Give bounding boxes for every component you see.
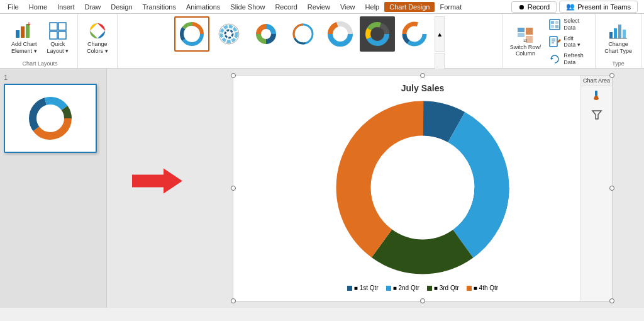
ribbon: + Add ChartElement ▾ QuickLayo bbox=[0, 14, 644, 69]
handle-ml[interactable] bbox=[231, 186, 236, 191]
ribbon-group-colors: ChangeColors ▾ bbox=[78, 14, 118, 68]
chart-style-3[interactable] bbox=[248, 16, 284, 52]
select-data-icon bbox=[548, 18, 561, 31]
chart-style-6[interactable] bbox=[360, 16, 395, 52]
chart-style-7[interactable] bbox=[397, 16, 432, 52]
ribbon-group-chart-layouts: + Add ChartElement ▾ QuickLayo bbox=[3, 14, 78, 68]
chart-container[interactable]: July Sales bbox=[233, 75, 613, 301]
legend-label-3rd: ■ 3rd Qtr bbox=[434, 284, 459, 291]
svg-rect-40 bbox=[550, 37, 557, 47]
handle-bm[interactable] bbox=[420, 298, 425, 303]
svg-rect-0 bbox=[16, 30, 19, 38]
slide-panel: 1 bbox=[0, 69, 107, 308]
ribbon-group-chart-styles: ▲ ▼ ⊞ Chart Styles bbox=[118, 14, 502, 68]
teams-icon: 👥 bbox=[566, 3, 575, 11]
select-data-label: SelectData bbox=[564, 18, 579, 31]
legend-4th-qtr: ■ 4th Qtr bbox=[467, 284, 498, 291]
svg-marker-44 bbox=[551, 57, 553, 60]
legend-dot-2nd bbox=[386, 286, 391, 291]
legend-1st-qtr: ■ 1st Qtr bbox=[347, 284, 379, 291]
change-colors-label: ChangeColors ▾ bbox=[87, 41, 108, 55]
svg-rect-5 bbox=[58, 23, 66, 30]
svg-rect-37 bbox=[555, 21, 558, 24]
ribbon-group-type: ChangeChart Type Type bbox=[596, 14, 641, 68]
colors-group-label bbox=[97, 60, 99, 67]
edit-data-button[interactable]: EditData ▾ bbox=[546, 34, 590, 50]
chart-style-1[interactable] bbox=[174, 16, 209, 52]
handle-tr[interactable] bbox=[609, 73, 614, 78]
change-chart-type-button[interactable]: ChangeChart Type bbox=[601, 19, 636, 57]
menu-bar: File Home Insert Draw Design Transitions… bbox=[0, 0, 644, 14]
chart-styles-scroll bbox=[174, 16, 432, 52]
slide-number: 1 bbox=[4, 74, 103, 81]
menu-transitions[interactable]: Transitions bbox=[138, 2, 181, 12]
menu-review[interactable]: Review bbox=[303, 2, 335, 12]
chart-style-2[interactable] bbox=[211, 16, 247, 52]
menu-draw[interactable]: Draw bbox=[80, 2, 106, 12]
quick-layout-icon bbox=[48, 21, 68, 41]
change-chart-type-icon bbox=[608, 21, 628, 41]
menu-help[interactable]: Help bbox=[360, 2, 385, 12]
menu-insert[interactable]: Insert bbox=[52, 2, 80, 12]
legend-dot-4th bbox=[467, 286, 472, 291]
switch-row-column-icon: ⇄ bbox=[516, 26, 534, 44]
chart-layouts-content: + Add ChartElement ▾ QuickLayo bbox=[8, 16, 72, 59]
top-right-buttons: ⏺ Record 👥 Present in Teams bbox=[511, 1, 641, 13]
change-colors-button[interactable]: ChangeColors ▾ bbox=[83, 19, 112, 57]
handle-mr[interactable] bbox=[609, 186, 614, 191]
handle-tl[interactable] bbox=[231, 73, 236, 78]
svg-rect-45 bbox=[609, 32, 613, 38]
menu-view[interactable]: View bbox=[335, 2, 360, 12]
format-filter-button[interactable] bbox=[581, 105, 612, 124]
handle-bl[interactable] bbox=[231, 298, 236, 303]
type-group-label: Type bbox=[612, 60, 625, 67]
chart-style-5[interactable] bbox=[323, 16, 358, 52]
quick-layout-button[interactable]: QuickLayout ▾ bbox=[43, 19, 73, 57]
add-chart-element-icon: + bbox=[14, 21, 34, 41]
add-chart-element-button[interactable]: + Add ChartElement ▾ bbox=[8, 19, 41, 57]
menu-animations[interactable]: Animations bbox=[181, 2, 225, 12]
legend-3rd-qtr: ■ 3rd Qtr bbox=[427, 284, 459, 291]
switch-row-column-button[interactable]: ⇄ Switch Row/Column bbox=[508, 25, 544, 59]
canvas-area[interactable]: July Sales bbox=[107, 69, 644, 308]
legend-label-2nd: ■ 2nd Qtr bbox=[393, 284, 419, 291]
select-data-button[interactable]: SelectData bbox=[546, 16, 590, 33]
data-content: ⇄ Switch Row/Column Sele bbox=[508, 16, 591, 67]
switch-row-column-label: Switch Row/Column bbox=[510, 44, 541, 58]
legend-label-1st: ■ 1st Qtr bbox=[354, 284, 379, 291]
menu-design[interactable]: Design bbox=[106, 2, 137, 12]
menu-chart-design[interactable]: Chart Design bbox=[384, 2, 435, 12]
record-icon: ⏺ bbox=[518, 3, 525, 11]
menu-format[interactable]: Format bbox=[435, 2, 467, 12]
format-panel-header: Chart Area bbox=[581, 76, 612, 86]
record-label: Record bbox=[528, 3, 550, 11]
chart-style-4[interactable] bbox=[286, 16, 321, 52]
type-content: ChangeChart Type bbox=[601, 16, 636, 59]
refresh-data-button[interactable]: RefreshData bbox=[546, 51, 590, 67]
handle-br[interactable] bbox=[609, 298, 614, 303]
slide-thumbnail[interactable] bbox=[4, 84, 97, 153]
svg-text:⇄: ⇄ bbox=[523, 38, 528, 43]
svg-text:+: + bbox=[27, 21, 31, 28]
donut-chart-area: July Sales bbox=[233, 76, 612, 301]
svg-rect-1 bbox=[21, 26, 25, 38]
menu-slideshow[interactable]: Slide Show bbox=[225, 2, 270, 12]
record-button[interactable]: ⏺ Record bbox=[511, 1, 557, 13]
menu-home[interactable]: Home bbox=[24, 2, 52, 12]
svg-rect-31 bbox=[518, 33, 525, 37]
svg-rect-32 bbox=[526, 28, 533, 35]
handle-tm[interactable] bbox=[420, 73, 425, 78]
chart-styles-scroll-up[interactable]: ▲ bbox=[435, 16, 445, 52]
format-paintbrush-button[interactable] bbox=[581, 86, 612, 105]
edit-data-label: EditData ▾ bbox=[564, 35, 580, 49]
chart-legend: ■ 1st Qtr ■ 2nd Qtr ■ 3rd Qtr ■ 4th Qtr bbox=[347, 284, 498, 291]
present-label: Present in Teams bbox=[577, 3, 631, 11]
refresh-data-icon bbox=[548, 53, 561, 65]
colors-content: ChangeColors ▾ bbox=[83, 16, 112, 59]
menu-file[interactable]: File bbox=[3, 2, 24, 12]
svg-rect-39 bbox=[555, 25, 558, 28]
menu-record[interactable]: Record bbox=[270, 2, 302, 12]
legend-2nd-qtr: ■ 2nd Qtr bbox=[386, 284, 419, 291]
present-teams-button[interactable]: 👥 Present in Teams bbox=[559, 1, 638, 13]
svg-rect-4 bbox=[50, 23, 57, 30]
